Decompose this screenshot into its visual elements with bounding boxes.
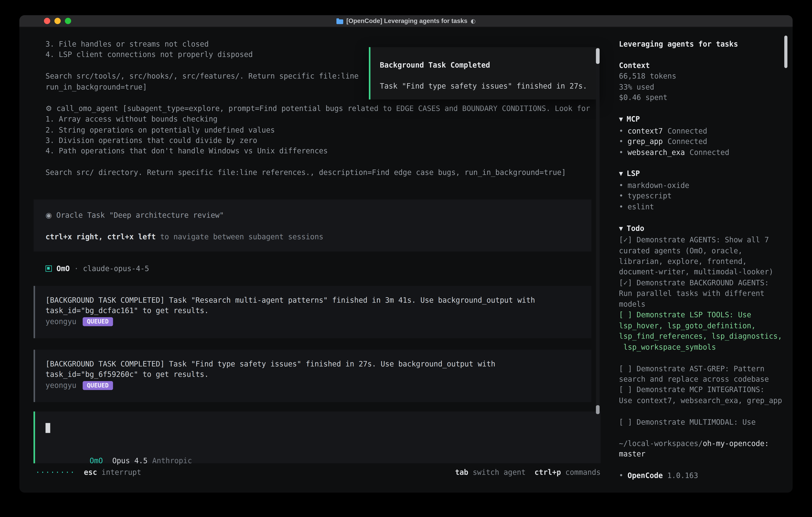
tab-key-hint: tab (455, 468, 468, 477)
terminal-main: 3. File handles or streams not closed 4.… (19, 27, 611, 493)
tab-key-label: switch agent (468, 468, 526, 477)
agent-name: OmO (57, 263, 70, 274)
agent-header: OmO · claude-opus-4-5 (46, 263, 149, 274)
mcp-item: •grep_appConnected (619, 136, 785, 147)
scrollback-line: 3. Division operations that could divide… (46, 135, 592, 146)
lsp-name: eslint (628, 202, 654, 211)
lsp-name: markdown-oxide (628, 181, 689, 190)
lsp-item: •typescript (619, 191, 785, 201)
window-title: [OpenCode] Leveraging agents for tasks (346, 17, 467, 25)
task-user: yeongyu (46, 380, 77, 391)
agent-icon (46, 266, 52, 272)
mcp-status: Connected (668, 127, 707, 135)
main-scrollbar-thumb-secondary[interactable] (596, 405, 600, 414)
window-titlebar[interactable]: [OpenCode] Leveraging agents for tasks ◐ (19, 15, 793, 27)
oracle-task-panel: ◉ Oracle Task "Deep architecture review"… (34, 199, 591, 251)
prompt-input[interactable]: OmOOpus 4.5Anthropic (34, 411, 601, 463)
lsp-name: typescript (628, 192, 672, 200)
toast-body: Task "Find type safety issues" finished … (380, 81, 599, 91)
todo-item-pending: [ ] Demonstrate AST-GREP: Pattern search… (619, 363, 785, 384)
bullet-icon: • (619, 192, 624, 200)
chevron-down-icon: ▼ (619, 171, 623, 177)
progress-indicator-icon: ◐ (470, 18, 475, 24)
folder-icon (337, 19, 343, 24)
oracle-title: Oracle Task "Deep architecture review" (52, 211, 224, 219)
task-message-line: task_id="bg_6f59260c" to get results. (46, 369, 591, 380)
todo-item-pending: [ ] Demonstrate MULTIMODAL: Use (619, 417, 785, 428)
lsp-section-header[interactable]: ▼LSP (619, 168, 785, 180)
ctrlp-key-hint: ctrl+p (534, 468, 561, 477)
scrollback-line (46, 156, 592, 167)
esc-key-hint: esc (84, 468, 97, 477)
oracle-hint-text: to navigate between subagent sessions (156, 232, 323, 241)
path-prefix: ~/local-workspaces/ (619, 439, 703, 447)
task-message-line: [BACKGROUND TASK COMPLETED] Task "Resear… (46, 295, 591, 305)
todo-item-active: [ ] Demonstrate LSP TOOLS: Use lsp_hover… (619, 309, 785, 352)
bullet-icon: • (619, 127, 624, 135)
app-version-row: •OpenCode 1.0.163 (619, 470, 785, 481)
bullet-icon: • (619, 137, 624, 145)
workspace-path: ~/local-workspaces/oh-my-opencode: (619, 438, 785, 449)
ctrlp-key-label: commands (561, 468, 601, 477)
mcp-name: grep_app (628, 137, 663, 145)
input-provider-label: Anthropic (152, 457, 192, 465)
status-bar: ········ esc interrupt tab switch agent … (19, 467, 611, 478)
input-agent-label: OmO (90, 457, 103, 465)
app-window: [OpenCode] Leveraging agents for tasks ◐… (19, 15, 793, 493)
mcp-name: context7 (628, 127, 663, 135)
bullet-icon: • (619, 181, 624, 190)
todo-item-pending: [ ] Demonstrate MCP INTEGRATIONS: Use co… (619, 384, 785, 406)
background-task-message: [BACKGROUND TASK COMPLETED] Task "Find t… (34, 350, 591, 402)
agent-separator: · (70, 263, 83, 274)
tool-call-line: ⚙ call_omo_agent [subagent_type=explore,… (46, 103, 592, 114)
lsp-item: •eslint (619, 201, 785, 212)
mcp-name: websearch_exa (628, 148, 685, 156)
status-right: tab switch agent ctrl+p commands (455, 467, 601, 478)
status-left: ········ esc interrupt (35, 467, 141, 478)
todo-item-done: [✓] Demonstrate BACKGROUND AGENTS: Run p… (619, 277, 785, 310)
todo-item-done: [✓] Demonstrate AGENTS: Show all 7 curat… (619, 235, 785, 277)
background-task-message: [BACKGROUND TASK COMPLETED] Task "Resear… (34, 286, 591, 338)
gear-icon: ⚙ (46, 104, 52, 112)
repo-name: oh-my-opencode: (703, 439, 769, 447)
mcp-status: Connected (690, 148, 729, 156)
mcp-section-header[interactable]: ▼MCP (619, 114, 785, 126)
branch-name: master (619, 448, 785, 459)
agent-model: claude-opus-4-5 (83, 263, 149, 274)
scrollback-line: 4. Path operations that don't handle Win… (46, 146, 592, 157)
input-model-label: Opus 4.5 (112, 457, 148, 465)
bullet-icon: • (619, 148, 624, 156)
app-name: OpenCode (628, 471, 663, 480)
oracle-title-line: ◉ Oracle Task "Deep architecture review" (46, 210, 591, 221)
background-task-toast: Background Task Completed Task "Find typ… (369, 47, 599, 100)
mcp-item: •context7Connected (619, 125, 785, 136)
queued-badge: QUEUED (83, 317, 113, 326)
main-scrollbar-thumb[interactable] (596, 48, 600, 64)
lsp-item: •markdown-oxide (619, 180, 785, 191)
oracle-hint-line: ctrl+x right, ctrl+x left to navigate be… (46, 231, 591, 242)
task-message-line: task_id="bg_dcfac161" to get results. (46, 305, 591, 316)
toast-title: Background Task Completed (380, 60, 599, 71)
text-cursor (46, 423, 50, 433)
scrollback-line: 2. String operations on potentially unde… (46, 124, 592, 135)
record-icon: ◉ (46, 211, 52, 219)
scrollback-line: Search src/ directory. Return specific f… (46, 167, 592, 178)
scrollback-line: 1. Array access without bounds checking (46, 113, 592, 124)
context-used: 33% used (619, 82, 785, 92)
session-sidebar: Leveraging agents for tasks Context 66,5… (619, 39, 785, 481)
sidebar-scrollbar-thumb[interactable] (784, 35, 787, 68)
queued-badge: QUEUED (83, 381, 113, 390)
context-spent: $0.46 spent (619, 92, 785, 103)
spinner-dots-icon: ········ (35, 468, 75, 477)
main-scrollbar-track[interactable] (596, 48, 600, 414)
esc-key-label: interrupt (97, 468, 141, 477)
mcp-item: •websearch_exaConnected (619, 147, 785, 158)
oracle-hint-keys: ctrl+x right, ctrl+x left (46, 232, 156, 241)
mcp-status: Connected (668, 137, 707, 145)
app-version: 1.0.163 (663, 471, 698, 480)
task-message-line: [BACKGROUND TASK COMPLETED] Task "Find t… (46, 359, 591, 370)
mcp-heading: MCP (627, 115, 640, 123)
context-tokens: 66,518 tokens (619, 71, 785, 82)
todo-section-header[interactable]: ▼Todo (619, 223, 785, 235)
todo-heading: Todo (627, 224, 644, 232)
